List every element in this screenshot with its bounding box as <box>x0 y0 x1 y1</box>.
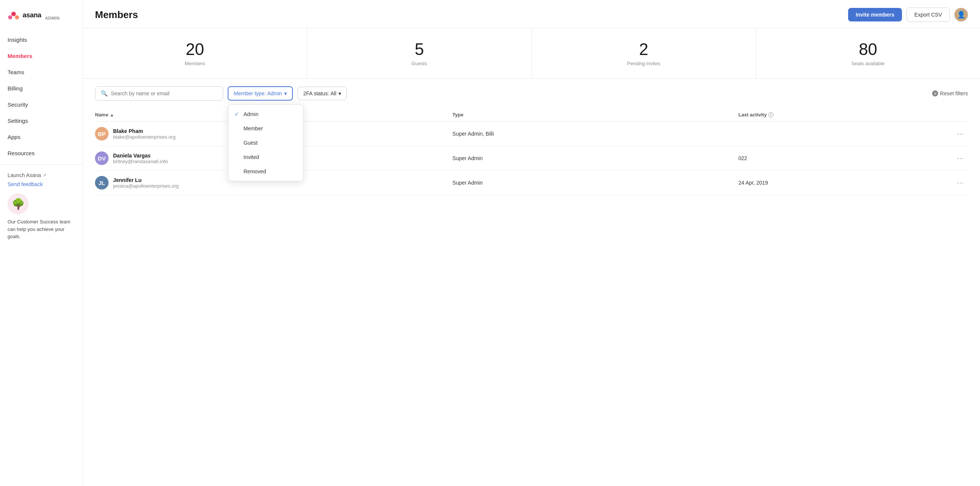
stat-pending-number: 2 <box>539 40 748 59</box>
member-details-blake: Blake Pham blake@apolloenterprises.org <box>113 128 176 140</box>
avatar-daniela: DV <box>95 151 108 165</box>
member-type-blake: Super Admin, Billi <box>452 131 738 137</box>
user-avatar[interactable]: 👤 <box>955 8 968 21</box>
sidebar-item-resources[interactable]: Resources <box>0 145 83 161</box>
sidebar-item-apps[interactable]: Apps <box>0 129 83 145</box>
header-actions: Invite members Export CSV 👤 <box>848 8 968 22</box>
search-input[interactable] <box>111 91 218 97</box>
reset-label: Reset filters <box>940 91 968 97</box>
table-header: Name ▲ Type Last activity i <box>95 108 968 122</box>
member-activity-daniela: 022 <box>738 155 953 161</box>
sidebar-item-insights[interactable]: Insights <box>0 32 83 48</box>
stat-seats-label: Seats available <box>764 61 972 66</box>
dropdown-option-guest[interactable]: ✓ Guest <box>228 136 303 150</box>
sidebar-item-security[interactable]: Security <box>0 97 83 113</box>
column-name-label: Name <box>95 112 108 118</box>
external-link-icon: ↗ <box>43 173 46 178</box>
activity-info-icon[interactable]: i <box>768 112 773 118</box>
filter-row: 🔍 Member type: Admin ▾ 2FA status: All ▾… <box>83 79 980 108</box>
twofa-label: 2FA status: All <box>303 91 336 97</box>
column-type: Type <box>452 112 738 118</box>
members-table: Name ▲ Type Last activity i BP Blake Pha… <box>83 108 980 486</box>
success-team-text: Our Customer Success team can help you a… <box>8 218 75 240</box>
reset-circle-icon: ✕ <box>932 91 938 97</box>
table-row: JL Jennifer Lu jessica@apolloenterprises… <box>95 171 968 195</box>
main-content: Members Invite members Export CSV 👤 20 M… <box>83 0 980 486</box>
svg-point-2 <box>15 16 19 20</box>
more-options-daniela[interactable]: ⋯ <box>953 154 968 162</box>
chevron-down-icon-2fa: ▾ <box>339 91 341 97</box>
stat-members: 20 Members <box>83 28 307 78</box>
chevron-down-icon: ▾ <box>284 91 287 97</box>
member-details-jennifer: Jennifer Lu jessica@apolloenterprises.or… <box>113 177 179 189</box>
stats-row: 20 Members 5 Guests 2 Pending invites 80… <box>83 28 980 79</box>
stat-guests-number: 5 <box>315 40 523 59</box>
member-email-blake: blake@apolloenterprises.org <box>113 134 176 140</box>
twofa-filter-button[interactable]: 2FA status: All ▾ <box>298 87 347 100</box>
send-feedback-link[interactable]: Send feedback <box>8 181 75 187</box>
page-title: Members <box>95 9 138 21</box>
logo-admin-label: ADMIN <box>45 16 60 20</box>
avatar-jennifer: JL <box>95 176 108 189</box>
stat-pending: 2 Pending invites <box>532 28 756 78</box>
stat-guests: 5 Guests <box>307 28 531 78</box>
launch-asana-label: Launch Asana <box>8 172 41 178</box>
avatar-blake: BP <box>95 127 108 141</box>
member-name-jennifer: Jennifer Lu <box>113 177 179 183</box>
column-activity: Last activity i <box>738 112 953 118</box>
search-icon: 🔍 <box>101 90 108 97</box>
member-email-jennifer: jessica@apolloenterprises.org <box>113 183 179 189</box>
sidebar: asana ADMIN Insights Members Teams Billi… <box>0 0 83 486</box>
stat-members-number: 20 <box>91 40 299 59</box>
member-name-blake: Blake Pham <box>113 128 176 134</box>
member-email-daniela: britney@randasana6.info <box>113 159 168 164</box>
export-csv-button[interactable]: Export CSV <box>907 8 950 22</box>
member-name-daniela: Daniela Vargas <box>113 152 168 159</box>
svg-point-1 <box>8 16 13 20</box>
option-removed-label: Removed <box>243 168 266 175</box>
invite-members-button[interactable]: Invite members <box>848 8 902 21</box>
option-invited-label: Invited <box>243 154 259 160</box>
sidebar-item-members[interactable]: Members <box>0 48 83 64</box>
dropdown-option-admin[interactable]: ✓ Admin <box>228 107 303 121</box>
option-guest-label: Guest <box>243 140 258 146</box>
option-admin-label: Admin <box>243 111 259 117</box>
stat-pending-label: Pending invites <box>539 61 748 66</box>
page-header: Members Invite members Export CSV 👤 <box>83 0 980 28</box>
table-row: DV Daniela Vargas britney@randasana6.inf… <box>95 146 968 171</box>
sidebar-bottom: Launch Asana ↗ Send feedback 🌳 Our Custo… <box>0 168 83 245</box>
search-box[interactable]: 🔍 <box>95 86 223 101</box>
sidebar-divider <box>0 164 83 165</box>
check-icon-admin: ✓ <box>234 111 240 117</box>
stat-seats: 80 Seats available <box>756 28 980 78</box>
success-team-icon: 🌳 <box>8 193 29 214</box>
stat-members-label: Members <box>91 61 299 66</box>
more-options-jennifer[interactable]: ⋯ <box>953 179 968 187</box>
member-activity-jennifer: 24 Apr, 2019 <box>738 180 953 186</box>
stat-guests-label: Guests <box>315 61 523 66</box>
dropdown-option-removed[interactable]: ✓ Removed <box>228 164 303 179</box>
logo-text: asana <box>22 11 41 19</box>
sidebar-nav: Insights Members Teams Billing Security … <box>0 32 83 486</box>
member-type-dropdown: ✓ Admin ✓ Member ✓ Guest ✓ Invited ✓ Rem… <box>228 104 304 181</box>
sort-arrow-icon: ▲ <box>110 113 114 117</box>
sidebar-item-settings[interactable]: Settings <box>0 113 83 129</box>
dropdown-option-invited[interactable]: ✓ Invited <box>228 150 303 164</box>
dropdown-option-member[interactable]: ✓ Member <box>228 121 303 136</box>
member-type-jennifer: Super Admin <box>452 180 738 186</box>
logo-area: asana ADMIN <box>0 0 83 32</box>
reset-filters-button[interactable]: ✕ Reset filters <box>932 91 968 97</box>
more-options-blake[interactable]: ⋯ <box>953 130 968 138</box>
option-member-label: Member <box>243 125 263 132</box>
table-row: BP Blake Pham blake@apolloenterprises.or… <box>95 122 968 146</box>
stat-seats-number: 80 <box>764 40 972 59</box>
sidebar-item-billing[interactable]: Billing <box>0 80 83 97</box>
svg-point-0 <box>11 12 16 16</box>
column-activity-label: Last activity <box>738 112 767 118</box>
sidebar-item-teams[interactable]: Teams <box>0 64 83 80</box>
member-type-filter-button[interactable]: Member type: Admin ▾ <box>228 86 293 101</box>
column-type-label: Type <box>452 112 463 118</box>
member-details-daniela: Daniela Vargas britney@randasana6.info <box>113 152 168 164</box>
launch-asana-link[interactable]: Launch Asana ↗ <box>8 172 75 178</box>
member-type-label: Member type: Admin <box>234 91 282 97</box>
